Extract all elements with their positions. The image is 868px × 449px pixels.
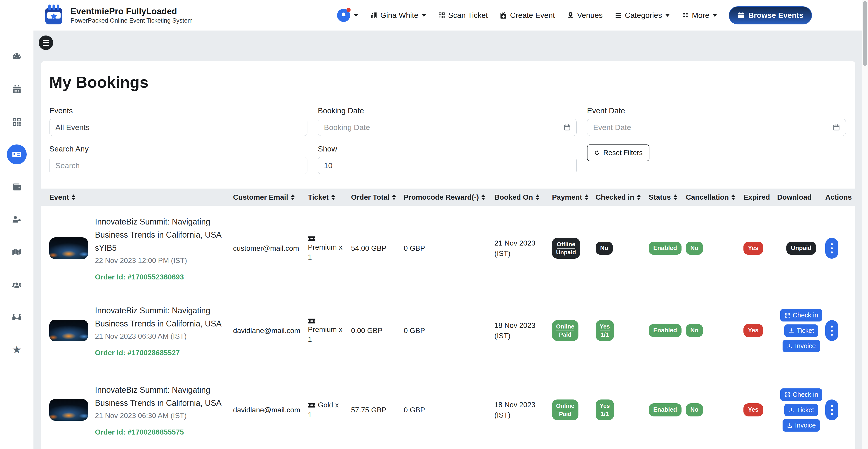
order-id: Order Id: #170028685527: [95, 349, 222, 357]
user-menu[interactable]: Gina White: [370, 11, 426, 20]
column-header-ticket[interactable]: Ticket: [308, 193, 351, 202]
event-date-input[interactable]: [593, 123, 840, 132]
browse-events-label: Browse Events: [748, 11, 803, 20]
map-envelope-icon: [11, 247, 22, 257]
cancellation-badge: No: [686, 403, 703, 416]
brand-logo-link[interactable]: EventmiePro FullyLoaded PowerPacked Onli…: [43, 4, 193, 27]
order-id: Order Id: #1700552360693: [95, 273, 222, 281]
download-ticket-button[interactable]: Ticket: [784, 404, 818, 416]
qr-code-icon: [11, 117, 22, 127]
row-actions-button[interactable]: [825, 320, 838, 341]
column-header-cancellation[interactable]: Cancellation: [686, 193, 743, 202]
nav-more-label: More: [692, 11, 709, 20]
column-header-event[interactable]: Event: [49, 193, 233, 202]
ticket-icon: [308, 401, 315, 407]
event-thumbnail: [49, 320, 88, 341]
app-screen: EventmiePro FullyLoaded PowerPacked Onli…: [0, 0, 868, 449]
filter-events: Events All Events: [49, 106, 307, 136]
notification-dot: [346, 8, 350, 12]
column-header-order-total[interactable]: Order Total: [351, 193, 404, 202]
promocode-reward: 0 GBP: [404, 406, 494, 414]
cancellation-badge: No: [686, 242, 703, 255]
booking-date-input[interactable]: [324, 123, 570, 132]
booking-date-label: Booking Date: [318, 106, 577, 115]
download-ticket-button[interactable]: Ticket: [784, 324, 818, 337]
bell-icon[interactable]: [337, 9, 350, 22]
ticket-name: Premium x: [308, 243, 342, 251]
sidebar-item-transfers[interactable]: [7, 307, 27, 327]
ticket-icon: [308, 317, 315, 323]
payment-badge: OnlinePaid: [552, 320, 579, 341]
expired-badge: Yes: [743, 324, 763, 337]
browse-events-button[interactable]: Browse Events: [729, 6, 812, 24]
sidebar-item-events[interactable]: [7, 79, 27, 99]
sidebar-item-reviews[interactable]: ★: [7, 340, 27, 360]
download-unpaid-badge: Unpaid: [786, 242, 816, 255]
sort-icon: [72, 194, 75, 200]
sort-icon: [291, 194, 294, 200]
star-icon: ★: [12, 344, 22, 355]
download-invoice-button[interactable]: Invoice: [782, 340, 820, 352]
column-header-payment[interactable]: Payment: [552, 193, 596, 202]
nav-scan-ticket[interactable]: Scan Ticket: [438, 11, 488, 20]
reset-filters-label: Reset Filters: [603, 149, 643, 157]
show-label: Show: [318, 145, 577, 153]
event-title-link[interactable]: InnovateBiz Summit: Navigating Business …: [95, 215, 222, 255]
brand-calendar-icon: [43, 4, 65, 27]
sidebar-toggle-button[interactable]: [39, 35, 53, 50]
filter-event-date: Event Date: [587, 106, 846, 136]
tachometer-icon: [11, 52, 22, 62]
chevron-down-icon: [665, 14, 670, 17]
row-actions-button[interactable]: [825, 238, 838, 259]
page-title: My Bookings: [49, 73, 847, 91]
nav-create-event-label: Create Event: [510, 11, 555, 20]
nav-more[interactable]: More: [682, 11, 717, 20]
reset-filters-button[interactable]: Reset Filters: [587, 145, 649, 161]
row-actions-button[interactable]: [825, 399, 838, 420]
nav-venues[interactable]: Venues: [567, 11, 602, 20]
event-title-link[interactable]: InnovateBiz Summit: Navigating Business …: [95, 383, 222, 410]
checked-in-badge: Yes1/1: [596, 399, 614, 420]
filters-section: Events All Events Booking Date Event Dat…: [49, 106, 847, 174]
events-select[interactable]: All Events: [49, 119, 307, 136]
search-label: Search Any: [49, 145, 307, 153]
nav-categories[interactable]: Categories: [614, 11, 670, 20]
download-invoice-button[interactable]: Invoice: [782, 419, 820, 431]
column-header-expired: Expired: [743, 193, 777, 202]
qr-code-icon: [784, 392, 790, 398]
notifications-menu[interactable]: [337, 9, 358, 22]
sidebar-item-scan[interactable]: [7, 112, 27, 132]
nav-create-event[interactable]: Create Event: [500, 11, 555, 20]
nav-categories-label: Categories: [625, 11, 662, 20]
column-header-status[interactable]: Status: [649, 193, 686, 202]
sidebar-item-dashboard[interactable]: [7, 47, 27, 67]
check-in-button[interactable]: Check in: [780, 309, 822, 322]
scrollbar-thumb[interactable]: [863, 1, 867, 66]
column-header-customer-email[interactable]: Customer Email: [233, 193, 308, 202]
column-header-promocode[interactable]: Promocode Reward(-): [404, 193, 494, 202]
sidebar-item-organisers[interactable]: [7, 242, 27, 262]
grip-icon: [682, 11, 689, 19]
sidebar-item-bookings[interactable]: [7, 145, 27, 164]
booked-on: 21 Nov 2023 (IST): [494, 238, 552, 259]
search-input[interactable]: [55, 161, 301, 170]
download-icon: [788, 328, 795, 334]
wallet-icon: [11, 182, 22, 192]
filter-booking-date: Booking Date: [318, 106, 577, 136]
calendar-icon: [833, 123, 840, 131]
check-in-button[interactable]: Check in: [780, 388, 822, 401]
download-icon: [788, 407, 795, 413]
sidebar-item-wallet[interactable]: [7, 177, 27, 197]
event-title-link[interactable]: InnovateBiz Summit: Navigating Business …: [95, 304, 222, 330]
table-row: InnovateBiz Summit: Navigating Business …: [41, 206, 855, 291]
filter-search: Search Any: [49, 145, 307, 174]
show-input[interactable]: [324, 161, 570, 170]
sidebar-item-users[interactable]: [7, 275, 27, 295]
sidebar-item-customers[interactable]: [7, 210, 27, 230]
sort-icon: [585, 194, 588, 200]
event-cell: InnovateBiz Summit: Navigating Business …: [49, 383, 233, 436]
column-header-checked-in[interactable]: Checked in: [596, 193, 649, 202]
order-id: Order Id: #1700286855575: [95, 428, 222, 436]
sort-icon: [482, 194, 485, 200]
column-header-booked-on[interactable]: Booked On: [494, 193, 552, 202]
